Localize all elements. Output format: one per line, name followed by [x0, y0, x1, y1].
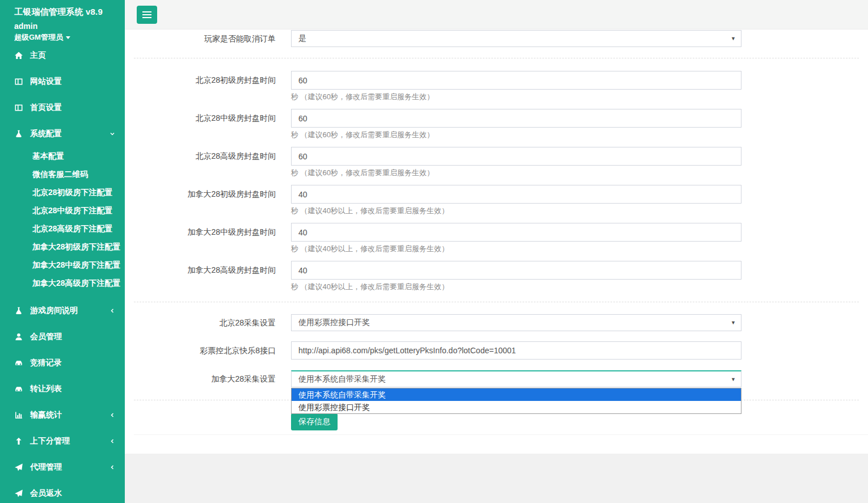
dropdown-option-highlighted[interactable]: 使用本系统自带采集开奖	[292, 388, 741, 401]
chevron-left-icon	[109, 438, 116, 445]
form-row: 加拿大28中级房封盘时间 秒 （建议40秒以上，修改后需要重启服务生效）	[134, 223, 859, 254]
form-row: 北京28高级房封盘时间 秒 （建议60秒，修改后需要重启服务生效）	[134, 147, 859, 178]
bj28-junior-seal-time-input[interactable]	[291, 71, 741, 90]
field-label: 北京28中级房封盘时间	[134, 109, 291, 128]
sidebar-subitem-bj28-senior-bet-config[interactable]: 北京28高级房下注配置	[0, 219, 125, 238]
form-row: 加拿大28采集设置 使用本系统自带采集开奖 ▼ 使用本系统自带采集开奖 使用彩票…	[134, 370, 859, 387]
divider	[134, 302, 859, 302]
bj28-collect-select[interactable]: 使用彩票控接口开奖 ▼	[291, 314, 741, 331]
dropdown-option[interactable]: 使用彩票控接口开奖	[292, 401, 741, 413]
form-row: 彩票控北京快乐8接口	[134, 341, 859, 360]
flask-icon	[14, 306, 23, 315]
sidebar-item-label: 首页设置	[30, 103, 62, 113]
sidebar-item-label: 代理管理	[30, 462, 62, 472]
topbar	[125, 0, 868, 29]
sidebar-nav: 主页 网站设置 首页设置 系统配置 基本配置 微信客服二维码 北京28初级房下注…	[0, 43, 125, 503]
lottery-api-url-input[interactable]	[291, 341, 741, 360]
username: admin	[14, 22, 125, 31]
sidebar-item-label: 游戏房间说明	[30, 306, 78, 316]
field-hint: 秒 （建议40秒以上，修改后需要重启服务生效）	[291, 281, 741, 292]
chevron-left-icon	[109, 464, 116, 471]
selected-value: 是	[298, 33, 306, 44]
caret-down-icon: ▼	[731, 320, 736, 326]
sidebar-item-transfer-list[interactable]: 转让列表	[0, 376, 125, 402]
sidebar-header: 工银瑞信管理系统 v8.9 admin 超级GM管理员	[0, 0, 125, 43]
canada28-senior-seal-time-input[interactable]	[291, 261, 741, 280]
select-dropdown-list: 使用本系统自带采集开奖 使用彩票控接口开奖	[291, 388, 741, 414]
sidebar-item-member-rebate[interactable]: 会员返水	[0, 480, 125, 503]
sidebar-subitem-bj28-junior-bet-config[interactable]: 北京28初级房下注配置	[0, 183, 125, 201]
bj28-senior-seal-time-input[interactable]	[291, 147, 741, 166]
form-row: 加拿大28初级房封盘时间 秒 （建议40秒以上，修改后需要重启服务生效）	[134, 185, 859, 216]
sidebar-item-label: 上下分管理	[30, 436, 70, 446]
bj28-middle-seal-time-input[interactable]	[291, 109, 741, 128]
window-columns-icon	[14, 103, 23, 112]
system-config-submenu: 基本配置 微信客服二维码 北京28初级房下注配置 北京28中级房下注配置 北京2…	[0, 147, 125, 292]
sidebar-item-bet-records[interactable]: 竞猜记录	[0, 350, 125, 376]
chevron-left-icon	[109, 307, 116, 314]
sidebar-subitem-canada28-middle-bet-config[interactable]: 加拿大28中级房下注配置	[0, 256, 125, 274]
sidebar-item-label: 网站设置	[30, 77, 62, 87]
sidebar-subitem-canada28-junior-bet-config[interactable]: 加拿大28初级房下注配置	[0, 238, 125, 256]
divider	[134, 58, 859, 58]
field-label: 加拿大28中级房封盘时间	[134, 223, 291, 242]
save-button[interactable]: 保存信息	[291, 413, 338, 430]
canada28-middle-seal-time-input[interactable]	[291, 223, 741, 242]
sidebar-subitem-bj28-middle-bet-config[interactable]: 北京28中级房下注配置	[0, 201, 125, 219]
sidebar-item-homepage-settings[interactable]: 首页设置	[0, 95, 125, 121]
sidebar-item-system-config[interactable]: 系统配置	[0, 121, 125, 147]
sidebar-subitem-wechat-service-qrcode[interactable]: 微信客服二维码	[0, 165, 125, 183]
field-label: 加拿大28初级房封盘时间	[134, 185, 291, 204]
sidebar-item-label: 竞猜记录	[30, 358, 62, 368]
selected-value: 使用本系统自带采集开奖	[298, 374, 386, 384]
sidebar-toggle-button[interactable]	[137, 6, 157, 24]
main-content: 玩家是否能取消订单 是 ▼ 北京28初级房封盘时间 秒 （建议60秒，修改后需要…	[125, 29, 868, 454]
flask-icon	[14, 129, 23, 138]
sidebar-item-label: 主页	[30, 50, 46, 61]
sidebar-item-home[interactable]: 主页	[0, 43, 125, 69]
sidebar-item-agent-management[interactable]: 代理管理	[0, 454, 125, 480]
field-hint: 秒 （建议40秒以上，修改后需要重启服务生效）	[291, 205, 741, 216]
arrow-up-icon	[14, 437, 23, 446]
sidebar: 工银瑞信管理系统 v8.9 admin 超级GM管理员 主页 网站设置 首页设置…	[0, 0, 125, 503]
sidebar-item-label: 会员管理	[30, 332, 62, 342]
sidebar-subitem-basic-config[interactable]: 基本配置	[0, 147, 125, 165]
field-hint: 秒 （建议40秒以上，修改后需要重启服务生效）	[291, 243, 741, 254]
sidebar-item-member-management[interactable]: 会员管理	[0, 324, 125, 350]
sidebar-item-label: 转让列表	[30, 384, 62, 394]
app-title: 工银瑞信管理系统 v8.9	[14, 7, 125, 18]
sidebar-item-deposit-withdraw[interactable]: 上下分管理	[0, 428, 125, 454]
user-icon	[14, 332, 23, 341]
paper-plane-icon	[14, 463, 23, 472]
canada28-collect-select[interactable]: 使用本系统自带采集开奖 ▼	[291, 370, 741, 387]
window-columns-icon	[14, 77, 23, 86]
field-label: 玩家是否能取消订单	[134, 30, 291, 47]
car-icon	[14, 384, 23, 394]
sidebar-subitem-canada28-senior-bet-config[interactable]: 加拿大28高级房下注配置	[0, 274, 125, 292]
sidebar-item-label: 系统配置	[30, 129, 62, 139]
form-row: 加拿大28高级房封盘时间 秒 （建议40秒以上，修改后需要重启服务生效）	[134, 261, 859, 292]
form-row: 北京28采集设置 使用彩票控接口开奖 ▼	[134, 314, 859, 331]
caret-down-icon: ▼	[731, 377, 736, 382]
user-role-dropdown[interactable]: 超级GM管理员	[14, 32, 125, 43]
form-row: 北京28初级房封盘时间 秒 （建议60秒，修改后需要重启服务生效）	[134, 71, 859, 102]
paper-plane-icon	[14, 489, 23, 498]
field-hint: 秒 （建议60秒，修改后需要重启服务生效）	[291, 167, 741, 178]
canada28-junior-seal-time-input[interactable]	[291, 185, 741, 204]
settings-form: 玩家是否能取消订单 是 ▼ 北京28初级房封盘时间 秒 （建议60秒，修改后需要…	[125, 29, 859, 430]
sidebar-item-game-room-info[interactable]: 游戏房间说明	[0, 298, 125, 324]
form-row: 北京28中级房封盘时间 秒 （建议60秒，修改后需要重启服务生效）	[134, 109, 859, 140]
bar-chart-icon	[14, 411, 23, 420]
sidebar-item-site-settings[interactable]: 网站设置	[0, 69, 125, 95]
sidebar-item-win-loss-stats[interactable]: 输赢统计	[0, 402, 125, 428]
caret-down-icon: ▼	[731, 36, 736, 41]
chevron-down-icon	[109, 130, 116, 137]
caret-down-icon	[66, 36, 70, 39]
car-icon	[14, 358, 23, 367]
home-icon	[14, 51, 23, 60]
field-label: 加拿大28采集设置	[134, 370, 291, 387]
sidebar-item-label: 会员返水	[30, 488, 62, 498]
selected-value: 使用彩票控接口开奖	[298, 318, 370, 328]
field-hint: 秒 （建议60秒，修改后需要重启服务生效）	[291, 91, 741, 102]
cancel-order-select[interactable]: 是 ▼	[291, 30, 741, 47]
